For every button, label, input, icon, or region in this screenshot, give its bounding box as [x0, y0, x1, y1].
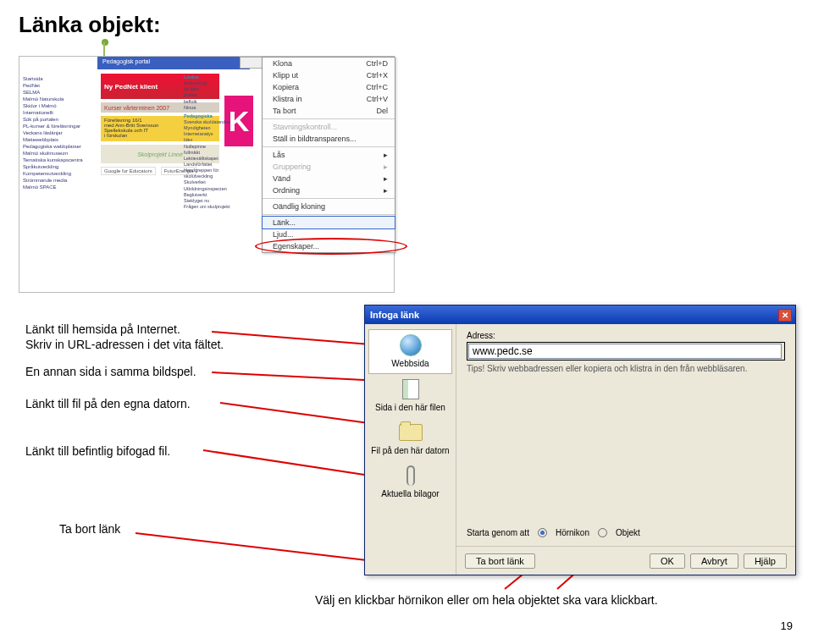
dialog-title: Infoga länk: [370, 310, 419, 320]
close-icon[interactable]: ✕: [778, 309, 792, 322]
link-col-item: Sökverktyg: [184, 80, 241, 86]
paperclip-icon: [406, 465, 415, 486]
remove-link-button[interactable]: Ta bort länk: [465, 553, 535, 569]
link-col-item: Internetanalys: [184, 131, 241, 137]
link-column: Länkar Sökverktyg tte:liten pretea lieff…: [184, 72, 241, 210]
page-title: Länka objekt:: [19, 12, 794, 38]
side-label: Aktuella bilagor: [367, 489, 454, 498]
ctx-las[interactable]: Lås▸: [263, 149, 395, 161]
portal-screenshot: Pedagogisk portal Startsida PedNet SELMA…: [19, 56, 395, 293]
nav-item: Tematiska kunskapscentra: [23, 157, 94, 163]
nav-item: SELMA: [23, 89, 94, 96]
portal-header: Pedagogisk portal: [97, 57, 250, 69]
arrow-5: [136, 530, 390, 572]
ctx-oandlig-kloning[interactable]: Oändlig kloning: [263, 201, 395, 212]
page-icon: [402, 379, 419, 399]
link-col-item: Lektiesälltskapet: [184, 156, 241, 162]
link-col-item: pretea: [184, 92, 241, 98]
link-col-item: Nollepinne: [184, 144, 241, 150]
annotation-ta-bort: Ta bort länk: [59, 521, 120, 537]
address-highlight-box: [467, 342, 785, 361]
folder-icon: [399, 424, 423, 441]
radio-objekt-label: Objekt: [616, 528, 640, 537]
radio-hornikon-label: Hörnikon: [556, 528, 589, 537]
nav-item: Språkutveckling: [23, 163, 94, 170]
side-label: Sida i den här filen: [367, 403, 454, 412]
nav-item: Veckans läslänjar: [23, 129, 94, 136]
globe-icon: [400, 334, 422, 356]
link-col-item: Svenska skoldatanätet: [184, 119, 241, 125]
link-col-item: Frågen om skolprojekt: [184, 204, 241, 210]
side-label: Fil på den här datorn: [367, 446, 454, 455]
nav-item: Mattewebbplats: [23, 136, 94, 143]
nav-item: Kompetensutveckling: [23, 170, 94, 177]
nav-item: Strömmande media: [23, 177, 94, 184]
nav-item: Malmö Naturskola: [23, 96, 94, 102]
side-sida-i-filen[interactable]: Sida i den här filen: [365, 374, 456, 417]
link-col-item: Utbildningsinspecten: [184, 186, 241, 192]
nav-item: Pedagogiska webbplatser: [23, 143, 94, 150]
ctx-gruppering: Gruppering▸: [263, 161, 395, 173]
ctx-klona[interactable]: KlonaCtrl+D: [263, 58, 395, 69]
arrow-4: [203, 447, 390, 489]
nav-item: Internationellt: [23, 109, 94, 116]
ctx-ta-bort[interactable]: Ta bortDel: [263, 105, 395, 117]
link-col-item: tte:liten: [184, 86, 241, 92]
ctx-lank[interactable]: Länk...: [263, 217, 395, 228]
arrow-1: [212, 328, 390, 354]
svg-line-4: [220, 403, 381, 425]
ctx-klipp-ut[interactable]: Klipp utCtrl+X: [263, 69, 395, 81]
side-label: Webbsida: [371, 359, 450, 368]
link-col-item: lieffolk: [184, 99, 241, 105]
nav-item: PL-kurser & föreläsningar: [23, 123, 94, 129]
link-col-item: Steklyget nu: [184, 198, 241, 204]
context-menu[interactable]: KlonaCtrl+D Klipp utCtrl+X KopieraCtrl+C…: [262, 57, 395, 253]
side-fil-dator[interactable]: Fil på den här datorn: [365, 417, 456, 460]
ctx-ordning[interactable]: Ordning▸: [263, 184, 395, 196]
svg-line-8: [136, 533, 381, 562]
selection-handle: [240, 57, 263, 69]
radio-hornikon[interactable]: [538, 528, 547, 537]
ctx-kopiera[interactable]: KopieraCtrl+C: [263, 81, 395, 93]
link-col-item: Skolverket: [184, 179, 241, 185]
svg-line-0: [212, 332, 381, 345]
ok-button[interactable]: OK: [650, 553, 685, 569]
side-aktuella-bilagor[interactable]: Aktuella bilagor: [365, 460, 456, 504]
link-col-item: Myndigheten: [184, 125, 241, 131]
dialog-sidebar: Webbsida Sida i den här filen Fil på den…: [365, 324, 456, 575]
logo-google: Google for Educators: [101, 167, 156, 175]
side-webbsida[interactable]: Webbsida: [368, 329, 452, 374]
starta-label: Starta genom att: [467, 528, 529, 537]
arrow-2: [212, 367, 390, 384]
link-col-header: Länkar: [184, 74, 241, 80]
portal-nav: Startsida PedNet SELMA Malmö Naturskola …: [19, 72, 97, 194]
dialog-footer: Ta bort länk OK Avbryt Hjälp: [456, 546, 795, 575]
svg-line-2: [212, 372, 381, 381]
nav-item: Malmö SPACE: [23, 184, 94, 190]
help-button[interactable]: Hjälp: [744, 553, 787, 569]
link-col-item: Landsförfattet: [184, 162, 241, 168]
dialog-titlebar: Infoga länk ✕: [365, 305, 795, 324]
ctx-ljud[interactable]: Ljud...: [263, 228, 395, 240]
dialog-main: Adress: Tips! Skriv webbadressen eller k…: [456, 324, 795, 575]
address-input[interactable]: [468, 344, 782, 359]
link-col-item: Beglutverkt: [184, 192, 241, 198]
svg-line-6: [203, 450, 381, 477]
nav-item: Startsida: [23, 75, 94, 82]
nav-item: Skidor i Malmö: [23, 102, 94, 109]
page-number: 19: [781, 619, 793, 632]
radio-objekt[interactable]: [598, 528, 607, 537]
nav-item: PedNet: [23, 82, 94, 89]
ctx-egenskaper[interactable]: Egenskaper...: [263, 240, 395, 252]
link-col-item: fullmäkt: [184, 150, 241, 156]
title-rule: [103, 42, 105, 56]
ctx-vand[interactable]: Vänd▸: [263, 173, 395, 184]
annotation-fil-dator: Länkt till fil på den egna datorn.: [25, 396, 246, 411]
ctx-bildtransparens[interactable]: Ställ in bildtransparens...: [263, 133, 395, 145]
cancel-button[interactable]: Avbryt: [690, 553, 738, 569]
insert-link-dialog: Infoga länk ✕ Webbsida Sida i den här fi…: [364, 305, 796, 575]
ctx-klistra-in[interactable]: Klistra inCtrl+V: [263, 93, 395, 105]
link-col-item: Pedagogiska: [184, 113, 241, 119]
address-tip: Tips! Skriv webbadressen eller kopiera o…: [467, 364, 772, 374]
link-col-item: Idex: [184, 137, 241, 143]
